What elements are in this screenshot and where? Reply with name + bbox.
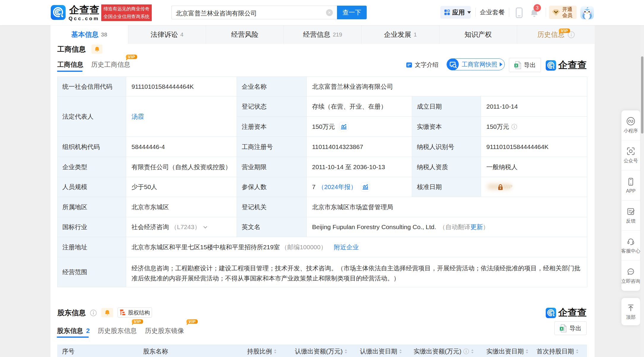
sidebar-item-service[interactable]: 客服中心	[621, 231, 640, 261]
label-reg-number: 工商注册号	[237, 137, 307, 157]
column-label: 持股比例	[247, 347, 272, 356]
cell-text: 北京市东城区和平里七区15楼中核和平里招待所219室	[132, 243, 280, 251]
cell-text: 工商注册号	[242, 143, 273, 151]
sort-arrows-icon[interactable]	[526, 349, 529, 354]
mobile-app-button[interactable]	[516, 7, 523, 18]
holders-column-1[interactable]: 股东名称	[143, 347, 168, 356]
search-button[interactable]: 查一下	[337, 6, 367, 19]
text-intro-button[interactable]: 文字介绍	[406, 61, 439, 69]
info-icon[interactable]	[90, 310, 97, 316]
capital-trend-button[interactable]	[339, 122, 348, 131]
value-paid-capital: 150万元	[481, 117, 587, 137]
sidebar-item-chat[interactable]: 立即咨询	[621, 261, 640, 291]
shareholders-info-icon-wrap[interactable]	[90, 310, 97, 316]
holders-column-2[interactable]: 持股比例	[247, 347, 277, 356]
vip-badge: VIP	[559, 28, 570, 33]
info-icon[interactable]	[511, 124, 517, 130]
insured-trend-button[interactable]	[361, 183, 370, 192]
cell-text: 7	[312, 183, 316, 191]
equity-structure-button[interactable]: 股权结构	[118, 307, 152, 318]
translate-update-link[interactable]: 更新	[470, 223, 483, 231]
qcc-logo-icon	[546, 308, 556, 318]
tab-6[interactable]: 历史信息VIP	[517, 25, 595, 44]
business-info-monitor-button[interactable]	[91, 45, 102, 54]
cell-text: 少于50人	[132, 183, 157, 191]
shareholders-export-button[interactable]: X 导出	[554, 321, 587, 335]
sidebar-item-mini-program[interactable]: 小程序	[621, 110, 640, 140]
sort-arrows-icon[interactable]	[274, 349, 277, 354]
holders-column-7[interactable]: 首次持股日期	[537, 347, 579, 356]
holders-column-0[interactable]: 序号	[62, 347, 75, 356]
tab-1[interactable]: 法律诉讼4	[128, 25, 206, 44]
value-address: 北京市东城区和平里七区15楼中核和平里招待所219室（邮编100000）附近企业	[126, 237, 587, 257]
zip-code: （邮编100000）	[281, 243, 327, 251]
subtab-history-business-info[interactable]: 历史工商信息	[91, 60, 130, 69]
tab-4[interactable]: 企业发展1	[361, 25, 439, 44]
sort-arrows-icon[interactable]	[344, 349, 347, 354]
subtab-history-shareholders-mirror[interactable]: 历史股东镜像	[145, 326, 184, 335]
vip-locked-value[interactable]: VIP	[487, 184, 512, 190]
holders-column-4[interactable]: 认缴出资日期	[360, 347, 402, 356]
column-label: 认缴出资日期	[360, 347, 397, 356]
history-mirror-vip-wrap: VIP	[186, 318, 198, 325]
site-logo-domain[interactable]: Qcc.com	[69, 16, 99, 22]
subtab-shareholders[interactable]: 股东信息2	[57, 326, 90, 335]
value-taxpayer-qual: 一般纳税人	[481, 157, 587, 177]
excel-file-icon: X	[514, 61, 521, 69]
tab-count: 38	[101, 31, 107, 38]
scrollbar-thumb[interactable]	[641, 56, 643, 134]
open-membership-button[interactable]: 开通 会员	[549, 6, 577, 19]
legal-rep-link[interactable]: 汤霞	[132, 112, 144, 121]
sidebar-item-feedback[interactable]: 反馈	[621, 201, 640, 231]
sort-arrows-icon[interactable]	[471, 349, 474, 354]
equity-structure-label: 股权结构	[128, 309, 150, 316]
value-legal-rep: 汤霞	[126, 96, 237, 137]
sidebar-item-label: 小程序	[624, 128, 638, 134]
search-input[interactable]: 北京富普兰林业咨询有限公司	[176, 9, 257, 18]
value-industry: 社会经济咨询（L7243）	[126, 217, 237, 237]
tab-0[interactable]: 基本信息38	[50, 25, 128, 44]
holders-column-6[interactable]: 实缴出资日期	[486, 347, 529, 356]
holders-column-5[interactable]: 实缴出资额(万元)	[414, 347, 474, 356]
back-to-top-button[interactable]: 顶部	[621, 298, 640, 325]
enterprise-package-link[interactable]: 企业套餐	[480, 8, 505, 16]
shareholders-monitor-button[interactable]	[101, 308, 113, 317]
cell-text: 所属地区	[62, 203, 87, 211]
tab-count: 1	[414, 31, 417, 38]
cell-text: 参保人数	[242, 183, 267, 191]
holders-column-3[interactable]: 认缴出资额(万元)	[295, 347, 347, 356]
sidebar-item-wechat-official[interactable]: 公众号	[621, 140, 640, 170]
label-paid-capital: 实缴资本	[412, 117, 481, 137]
feedback-icon	[626, 207, 635, 216]
tab-3[interactable]: 经营信息219	[284, 25, 361, 44]
value-insured-count: 7（2024年报）	[307, 177, 412, 197]
user-avatar[interactable]	[580, 6, 594, 19]
info-icon[interactable]	[463, 348, 469, 354]
sidebar-item-label: 公众号	[624, 158, 638, 164]
search-box[interactable]: 北京富普兰林业咨询有限公司 ✕	[171, 6, 337, 19]
subtab-business-info[interactable]: 工商信息	[57, 60, 83, 69]
equity-structure-icon	[120, 309, 126, 316]
sidebar-item-app[interactable]: APP	[621, 171, 640, 201]
qcc-company-page: 企查查 Qcc.com 缔造有远见的商业传奇 全国企业信用查询系统 北京富普兰林…	[0, 0, 644, 357]
tab-5[interactable]: 知识产权	[439, 25, 517, 44]
excel-file-icon: X	[560, 324, 567, 332]
nearby-companies-link[interactable]: 附近企业	[334, 243, 359, 251]
sort-arrows-icon[interactable]	[399, 349, 402, 354]
official-snapshot-button[interactable]: 工商官网快照	[447, 58, 505, 70]
label-insured-count: 参保人数	[237, 177, 307, 197]
sidebar-item-label: APP	[626, 188, 635, 194]
chevron-down-icon[interactable]	[204, 225, 208, 229]
site-logo-name[interactable]: 企查查	[69, 4, 99, 16]
tab-2[interactable]: 经营风险	[206, 25, 284, 44]
subtab-history-shareholders[interactable]: 历史股东信息	[98, 326, 137, 335]
apps-menu[interactable]: 应用	[440, 6, 471, 19]
mascot-penguin-avatar[interactable]	[580, 6, 594, 19]
qcc-watermark-text: 企查查	[558, 59, 587, 72]
search-clear-icon[interactable]: ✕	[326, 9, 333, 16]
export-button[interactable]: X 导出	[509, 58, 541, 72]
annual-report-link[interactable]: （2024年报）	[318, 183, 357, 191]
sort-arrows-icon[interactable]	[576, 349, 579, 354]
site-logo[interactable]	[51, 5, 66, 20]
shareholders-title: 股东信息	[57, 308, 86, 318]
